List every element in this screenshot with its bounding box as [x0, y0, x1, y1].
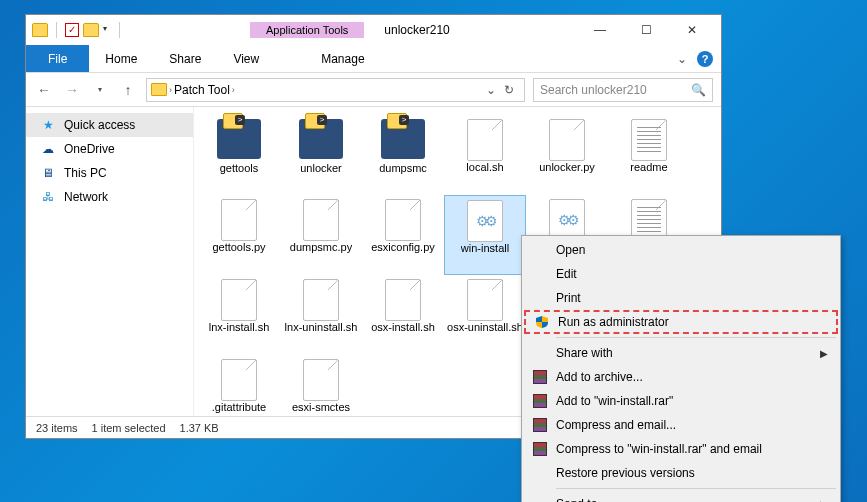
network-icon: 🖧 [40, 189, 56, 205]
file-item[interactable]: .gitattribute [198, 355, 280, 416]
qat-dropdown-icon[interactable]: ▾ [103, 24, 111, 36]
tab-manage[interactable]: Manage [305, 45, 380, 72]
ctx-label: Add to archive... [556, 370, 643, 384]
nav-quick-access[interactable]: ★Quick access [26, 113, 193, 137]
file-item[interactable]: gettools [198, 115, 280, 195]
history-dropdown-icon[interactable]: ▾ [90, 80, 110, 100]
separator [556, 337, 836, 338]
help-icon[interactable]: ? [697, 51, 713, 67]
lines-file-icon [631, 119, 667, 161]
ctx-label: Print [556, 291, 581, 305]
new-folder-icon[interactable] [83, 23, 99, 37]
ctx-restore-versions[interactable]: Restore previous versions [524, 461, 838, 485]
tab-share[interactable]: Share [153, 45, 217, 72]
tab-file[interactable]: File [26, 45, 89, 72]
navigation-pane: ★Quick access ☁OneDrive 🖥This PC 🖧Networ… [26, 107, 194, 416]
chevron-right-icon[interactable]: › [232, 85, 235, 95]
monitor-icon: 🖥 [40, 165, 56, 181]
ctx-print[interactable]: Print [524, 286, 838, 310]
ctx-label: Compress and email... [556, 418, 676, 432]
address-dropdown-icon[interactable]: ⌄ [486, 83, 496, 97]
file-item[interactable]: gettools.py [198, 195, 280, 275]
file-name: lnx-install.sh [209, 321, 270, 334]
ctx-compress-email[interactable]: Compress and email... [524, 413, 838, 437]
file-name: osx-uninstall.sh [447, 321, 523, 334]
back-button[interactable]: ← [34, 80, 54, 100]
file-name: gettools [220, 162, 259, 175]
ctx-compress-rar-email[interactable]: Compress to "win-install.rar" and email [524, 437, 838, 461]
ctx-add-archive[interactable]: Add to archive... [524, 365, 838, 389]
folder-icon[interactable] [32, 23, 48, 37]
file-name: dumpsmc.py [290, 241, 352, 254]
forward-button[interactable]: → [62, 80, 82, 100]
separator [56, 22, 57, 38]
file-item[interactable]: osx-uninstall.sh [444, 275, 526, 355]
file-item[interactable]: readme [608, 115, 690, 195]
ctx-open[interactable]: Open [524, 238, 838, 262]
properties-icon[interactable]: ✓ [65, 23, 79, 37]
search-icon[interactable]: 🔍 [691, 83, 706, 97]
file-item[interactable]: osx-install.sh [362, 275, 444, 355]
ctx-label: Run as administrator [558, 315, 669, 329]
file-item[interactable]: esxi-smctes [280, 355, 362, 416]
file-item[interactable]: dumpsmc [362, 115, 444, 195]
tab-home[interactable]: Home [89, 45, 153, 72]
doc-file-icon [303, 279, 339, 321]
file-item[interactable]: esxiconfig.py [362, 195, 444, 275]
address-bar[interactable]: › Patch Tool › ⌄ ↻ [146, 78, 525, 102]
ctx-label: Add to "win-install.rar" [556, 394, 673, 408]
file-item[interactable]: win-install [444, 195, 526, 275]
maximize-button[interactable]: ☐ [623, 16, 669, 44]
doc-file-icon [385, 199, 421, 241]
file-name: lnx-uninstall.sh [285, 321, 358, 334]
rar-icon [532, 369, 548, 385]
close-button[interactable]: ✕ [669, 16, 715, 44]
file-item[interactable]: dumpsmc.py [280, 195, 362, 275]
ribbon-expand-icon[interactable]: ⌄ [677, 52, 687, 66]
quick-access-toolbar: ✓ ▾ [32, 22, 124, 38]
rar-icon [532, 393, 548, 409]
ctx-label: Edit [556, 267, 577, 281]
doc-file-icon [303, 359, 339, 401]
path-segment[interactable]: Patch Tool [174, 83, 230, 97]
file-item[interactable]: unlocker [280, 115, 362, 195]
minimize-button[interactable]: — [577, 16, 623, 44]
doc-file-icon [467, 119, 503, 161]
chevron-right-icon[interactable]: › [169, 85, 172, 95]
ctx-share-with[interactable]: Share with▶ [524, 341, 838, 365]
file-item[interactable]: unlocker.py [526, 115, 608, 195]
up-button[interactable]: ↑ [118, 80, 138, 100]
separator [556, 488, 836, 489]
ribbon-tabs: File Home Share View Manage ⌄ ? [26, 45, 721, 73]
window-controls: — ☐ ✕ [577, 16, 715, 44]
nav-this-pc[interactable]: 🖥This PC [26, 161, 193, 185]
file-name: osx-install.sh [371, 321, 435, 334]
ctx-edit[interactable]: Edit [524, 262, 838, 286]
ctx-label: Send to [556, 497, 597, 502]
batch-file-icon [299, 119, 343, 159]
nav-network[interactable]: 🖧Network [26, 185, 193, 209]
refresh-icon[interactable]: ↻ [504, 83, 514, 97]
doc-file-icon [467, 279, 503, 321]
rar-icon [532, 441, 548, 457]
doc-file-icon [221, 359, 257, 401]
separator [119, 22, 120, 38]
search-input[interactable]: Search unlocker210 🔍 [533, 78, 713, 102]
ctx-add-rar[interactable]: Add to "win-install.rar" [524, 389, 838, 413]
batch-file-icon [217, 119, 261, 159]
batch-file-icon [381, 119, 425, 159]
file-name: local.sh [466, 161, 503, 174]
ctx-label: Share with [556, 346, 613, 360]
cloud-icon: ☁ [40, 141, 56, 157]
item-count: 23 items [36, 422, 78, 434]
ctx-run-as-admin[interactable]: Run as administrator [524, 310, 838, 334]
file-item[interactable]: local.sh [444, 115, 526, 195]
file-item[interactable]: lnx-install.sh [198, 275, 280, 355]
nav-onedrive[interactable]: ☁OneDrive [26, 137, 193, 161]
file-item[interactable]: lnx-uninstall.sh [280, 275, 362, 355]
nav-label: This PC [64, 166, 107, 180]
submenu-arrow-icon: ▶ [820, 348, 828, 359]
ctx-send-to[interactable]: Send to▶ [524, 492, 838, 502]
tab-view[interactable]: View [217, 45, 275, 72]
title-bar: ✓ ▾ Application Tools unlocker210 — ☐ ✕ [26, 15, 721, 45]
